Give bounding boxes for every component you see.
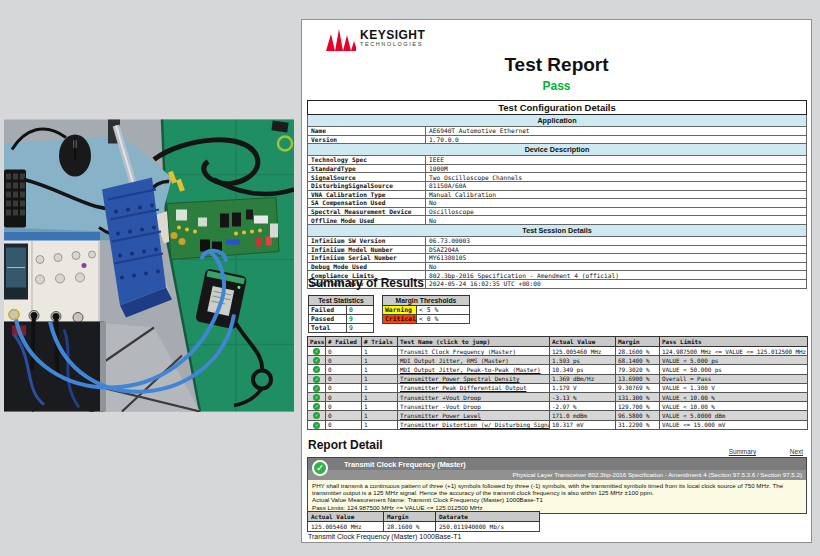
summary-heading: Summary of Results — [308, 276, 424, 290]
config-section-row: Device Description — [308, 144, 807, 156]
result-limits-cell: VALUE < 1.300 V — [660, 383, 808, 392]
lab-bench-photo — [4, 119, 294, 412]
result-pass-cell: ✓ — [308, 374, 326, 383]
config-key: Infiniium Serial Number — [308, 254, 426, 263]
result-pass-cell: ✓ — [308, 365, 326, 374]
result-failed-cell: 0 — [326, 411, 362, 420]
test-name-link[interactable]: MDI Output Jitter, RMS (Master) — [400, 357, 509, 364]
config-key: DisturbingSignalSource — [308, 181, 426, 190]
result-margin-cell: 9.30769 % — [616, 383, 660, 392]
keysight-waveform-icon — [326, 29, 356, 53]
report-title: Test Report — [302, 54, 811, 76]
detail-result-value-row: 125.005460 MHz28.1600 %250.011940000 Mb/… — [308, 522, 540, 532]
result-margin-cell: 79.3020 % — [616, 365, 660, 374]
next-link[interactable]: Next — [790, 448, 803, 455]
result-trials-cell: 1 — [362, 383, 398, 392]
result-trials-cell: 1 — [362, 347, 398, 356]
config-value: No — [426, 262, 807, 271]
config-value: No — [426, 199, 807, 208]
detail-title-bar: ✓ Transmit Clock Frequency (Master) — [308, 458, 806, 470]
config-section-row: Test Session Details — [308, 224, 807, 236]
results-column-header: Actual Value — [550, 337, 616, 347]
config-value: 2024-05-24 16:02:35 UTC +08:00 — [426, 279, 807, 288]
config-section-header: Device Description — [308, 144, 807, 156]
config-value: AE6940T Automotive Ethernet — [426, 127, 807, 136]
summary-link[interactable]: Summary — [729, 448, 756, 455]
config-table-body: ApplicationNameAE6940T Automotive Ethern… — [308, 115, 807, 289]
config-value: 802.3bp-2016 Specification - Amendment 4… — [426, 271, 807, 280]
results-column-header: Margin — [616, 337, 660, 347]
stat-label: Total — [309, 324, 347, 333]
threshold-value: < 5 % — [417, 306, 470, 315]
result-pass-cell: ✓ — [308, 383, 326, 392]
result-row: ✓01Transmitter Power Level171.0 mdBm96.5… — [308, 411, 808, 420]
margin-thresholds-table: Margin Thresholds Warning< 5 %Critical< … — [382, 295, 470, 324]
oscilloscope — [4, 232, 100, 323]
result-name-cell: Transmitter Power Spectral Density — [398, 374, 550, 383]
result-margin-cell: 68.1400 % — [616, 356, 660, 365]
result-actual-cell: 125.005460 MHz — [550, 347, 616, 356]
result-actual-cell: -2.97 % — [550, 402, 616, 411]
result-failed-cell: 0 — [326, 402, 362, 411]
config-value: Two Oscilloscope Channels — [426, 173, 807, 182]
test-name-link[interactable]: Transmitter Distortion (w/ Disturbing Si… — [400, 421, 550, 428]
result-name-cell: Transmitter Power Level — [398, 411, 550, 420]
result-pass-cell: ✓ — [308, 411, 326, 420]
pass-check-icon: ✓ — [312, 460, 328, 476]
result-pass-cell: ✓ — [308, 402, 326, 411]
result-name-cell: MDI Output Jitter, Peak-to-Peak (Master) — [398, 365, 550, 374]
config-row: Infiniium SW Version06.73.00003 — [308, 236, 807, 245]
config-key: VNA Calibration Type — [308, 190, 426, 199]
detail-description-line: PHY shall transmit a continuous pattern … — [312, 482, 802, 496]
pass-check-icon: ✓ — [313, 412, 320, 419]
config-value: Oscilloscope — [426, 207, 807, 216]
config-row: DisturbingSignalSource81150A/60A — [308, 181, 807, 190]
detail-result-header-row: Actual ValueMarginDatarate — [308, 512, 540, 522]
config-value: Manual Calibration — [426, 190, 807, 199]
result-limits-cell: 124.987500 MHz <= VALUE <= 125.012500 MH… — [660, 347, 808, 356]
pass-check-icon: ✓ — [313, 422, 320, 429]
result-margin-cell: 13.6900 % — [616, 374, 660, 383]
result-limits-cell: VALUE < 10.00 % — [660, 392, 808, 401]
config-row: SA Compensation UsedNo — [308, 199, 807, 208]
threshold-row: Critical< 0 % — [383, 315, 470, 324]
test-name-link[interactable]: Transmit Clock Frequency (Master) — [400, 348, 516, 355]
result-limits-cell: VALUE < 5.000 ps — [660, 356, 808, 365]
result-trials-cell: 1 — [362, 420, 398, 429]
config-row: Version1.70.0.0 — [308, 135, 807, 144]
stat-label: Passed — [309, 315, 347, 324]
results-column-header: Pass Limits — [660, 337, 808, 347]
test-name-link[interactable]: Transmitter +Vout Droop — [400, 394, 481, 401]
result-limits-cell: VALUE < 50.000 ps — [660, 365, 808, 374]
test-statistics-body: Failed0Passed9Total9 — [309, 306, 374, 333]
result-trials-cell: 1 — [362, 365, 398, 374]
test-name-link[interactable]: Transmitter Power Level — [400, 412, 481, 419]
test-name-link[interactable]: Transmitter -Vout Droop — [400, 403, 481, 410]
threshold-value: < 0 % — [417, 315, 470, 324]
results-column-header: # Failed — [326, 337, 362, 347]
test-name-link[interactable]: MDI Output Jitter, Peak-to-Peak (Master) — [400, 366, 541, 373]
results-column-header: Test Name (click to jump) — [398, 337, 550, 347]
logo-sub-brand: TECHNOLOGIES — [360, 41, 425, 48]
config-value: DSAZ204A — [426, 245, 807, 254]
results-body: ✓01Transmit Clock Frequency (Master)125.… — [308, 347, 808, 430]
result-actual-cell: 1.369 dBm/Hz — [550, 374, 616, 383]
test-name-link[interactable]: Transmitter Peak Differential Output — [400, 384, 526, 391]
report-detail-heading: Report Detail — [308, 438, 383, 452]
detail-test-title: Transmit Clock Frequency (Master) — [344, 460, 466, 469]
result-margin-cell: 129.700 % — [616, 402, 660, 411]
detail-result-value: 28.1600 % — [384, 522, 436, 532]
result-name-cell: Transmitter +Vout Droop — [398, 392, 550, 401]
config-table: Test Configuration Details ApplicationNa… — [307, 100, 807, 289]
config-section-header: Test Session Details — [308, 224, 807, 236]
pass-check-icon: ✓ — [313, 348, 320, 355]
stat-row: Passed9 — [309, 315, 374, 324]
threshold-label: Warning — [383, 306, 417, 315]
detail-spec-reference: Physical Layer Transceiver 802.3bp-2016 … — [308, 470, 806, 480]
config-value: IEEE — [426, 156, 807, 165]
result-failed-cell: 0 — [326, 347, 362, 356]
result-name-cell: Transmitter Peak Differential Output — [398, 383, 550, 392]
test-name-link[interactable]: Transmitter Power Spectral Density — [400, 375, 519, 382]
config-key: Technology Spec — [308, 156, 426, 165]
result-row: ✓01Transmitter -Vout Droop-2.97 %129.700… — [308, 402, 808, 411]
